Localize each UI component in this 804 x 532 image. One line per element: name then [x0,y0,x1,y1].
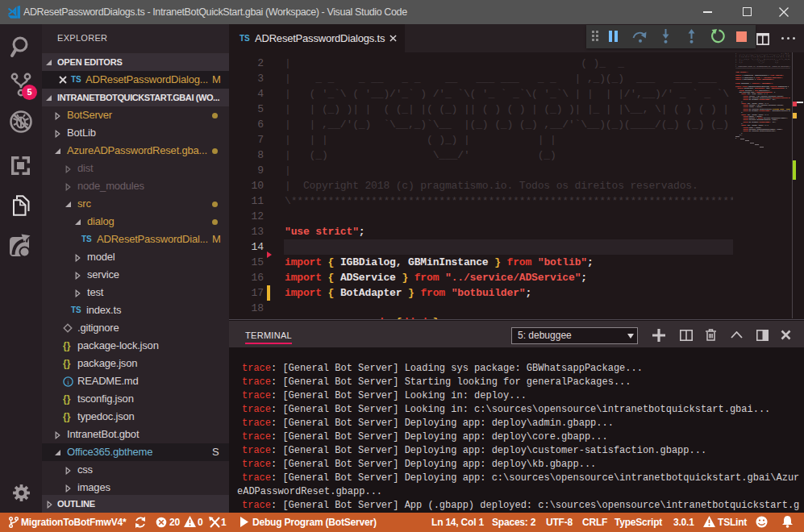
svg-text:i: i [67,378,69,386]
